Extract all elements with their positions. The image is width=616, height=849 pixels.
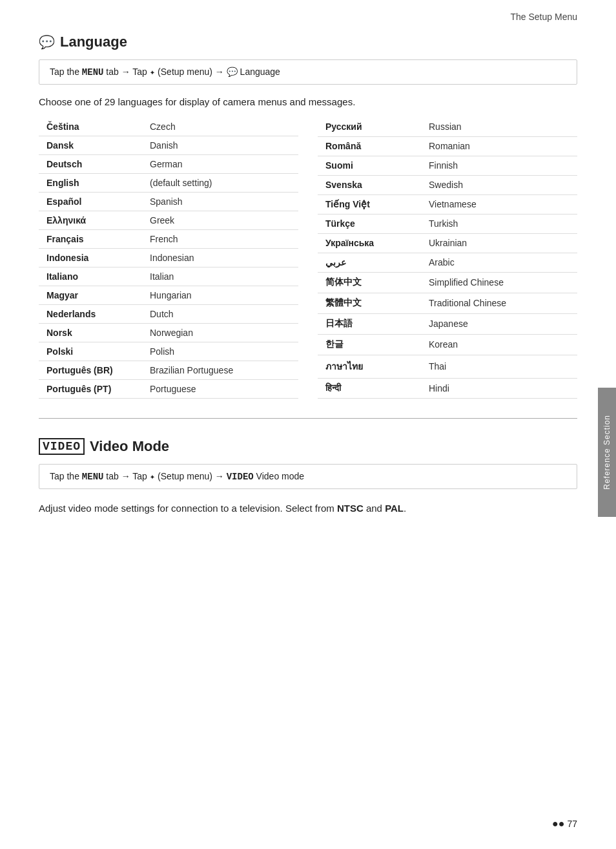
language-english: Spanish xyxy=(142,193,298,211)
language-english: French xyxy=(142,230,298,249)
language-native: Suomi xyxy=(318,156,421,175)
language-english: Norwegian xyxy=(142,324,298,342)
language-english: (default setting) xyxy=(142,174,298,193)
reference-section-tab: Reference Section xyxy=(598,388,616,517)
language-english: Simplified Chinese xyxy=(421,272,577,293)
language-native: Svenska xyxy=(318,175,421,194)
section-divider xyxy=(39,418,577,419)
language-native: Deutsch xyxy=(39,155,142,174)
table-row: ภาษาไทยThai xyxy=(318,355,577,378)
language-tables: ČeštinaCzechDanskDanishDeutschGermanEngl… xyxy=(39,118,577,399)
language-english: Ukrainian xyxy=(421,233,577,253)
video-instruction-text: Tap the MENU tab → Tap ✦ (Setup menu) → … xyxy=(50,471,304,481)
language-english: Indonesian xyxy=(142,249,298,267)
table-row: SuomiFinnish xyxy=(318,156,577,175)
side-tab-label: Reference Section xyxy=(602,415,611,490)
video-title: VIDEO Video Mode xyxy=(39,438,577,455)
table-row: Português (BR)Brazilian Portuguese xyxy=(39,361,298,380)
table-row: ΕλληνικάGreek xyxy=(39,211,298,230)
table-row: УкраїнськаUkrainian xyxy=(318,233,577,253)
language-native: 日本語 xyxy=(318,313,421,334)
page-footer: ●● 77 xyxy=(552,818,577,830)
table-row: 한글Korean xyxy=(318,334,577,355)
language-native: Tiếng Việt xyxy=(318,194,421,214)
table-row: عربيArabic xyxy=(318,253,577,272)
language-native: Italiano xyxy=(39,267,142,286)
header-title: The Setup Menu xyxy=(510,12,577,22)
table-row: DeutschGerman xyxy=(39,155,298,174)
language-heading: Language xyxy=(60,34,127,50)
language-native: عربي xyxy=(318,253,421,272)
language-english: Dutch xyxy=(142,305,298,324)
language-english: Brazilian Portuguese xyxy=(142,361,298,380)
table-row: DanskDanish xyxy=(39,136,298,155)
language-english: Greek xyxy=(142,211,298,230)
language-native: 简体中文 xyxy=(318,272,421,293)
table-row: MagyarHungarian xyxy=(39,286,298,305)
language-right-table: РусскийRussianRomânăRomanianSuomiFinnish… xyxy=(318,118,577,399)
language-native: Polski xyxy=(39,342,142,361)
language-native: ภาษาไทย xyxy=(318,355,421,378)
page-number: 77 xyxy=(567,819,577,829)
language-english: Hindi xyxy=(421,378,577,398)
table-row: ČeštinaCzech xyxy=(39,118,298,136)
video-heading: Video Mode xyxy=(90,438,169,455)
table-row: EspañolSpanish xyxy=(39,193,298,211)
table-row: TürkçeTurkish xyxy=(318,214,577,233)
table-row: РусскийRussian xyxy=(318,118,577,136)
language-title: 💬 Language xyxy=(39,34,577,50)
table-row: SvenskaSwedish xyxy=(318,175,577,194)
language-native: Indonesia xyxy=(39,249,142,267)
language-instruction-text: Tap the MENU tab → Tap ✦ (Setup menu) → … xyxy=(50,67,280,77)
video-instruction-box: Tap the MENU tab → Tap ✦ (Setup menu) → … xyxy=(39,464,577,489)
language-english: Arabic xyxy=(421,253,577,272)
table-row: Tiếng ViệtVietnamese xyxy=(318,194,577,214)
table-row: ItalianoItalian xyxy=(39,267,298,286)
language-native: Norsk xyxy=(39,324,142,342)
language-english: Vietnamese xyxy=(421,194,577,214)
video-icon: VIDEO xyxy=(39,438,85,455)
table-row: IndonesiaIndonesian xyxy=(39,249,298,267)
language-english: Portuguese xyxy=(142,380,298,399)
language-english: Polish xyxy=(142,342,298,361)
table-row: NorskNorwegian xyxy=(39,324,298,342)
language-english: Italian xyxy=(142,267,298,286)
table-divider xyxy=(298,118,318,399)
table-row: English(default setting) xyxy=(39,174,298,193)
language-english: Finnish xyxy=(421,156,577,175)
language-english: Danish xyxy=(142,136,298,155)
language-english: Traditional Chinese xyxy=(421,293,577,313)
language-native: Українська xyxy=(318,233,421,253)
table-row: हिन्दीHindi xyxy=(318,378,577,398)
table-row: Português (PT)Portuguese xyxy=(39,380,298,399)
page-header: The Setup Menu xyxy=(0,0,616,27)
table-row: NederlandsDutch xyxy=(39,305,298,324)
table-row: 繁體中文Traditional Chinese xyxy=(318,293,577,313)
language-native: Türkçe xyxy=(318,214,421,233)
language-native: Română xyxy=(318,136,421,156)
language-native: Español xyxy=(39,193,142,211)
language-native: 한글 xyxy=(318,334,421,355)
language-section: 💬 Language Tap the MENU tab → Tap ✦ (Set… xyxy=(39,34,577,399)
language-native: Čeština xyxy=(39,118,142,136)
language-english: Turkish xyxy=(421,214,577,233)
language-section-icon: 💬 xyxy=(39,34,55,50)
language-description: Choose one of 29 languages for display o… xyxy=(39,96,577,107)
table-row: FrançaisFrench xyxy=(39,230,298,249)
language-left-table: ČeštinaCzechDanskDanishDeutschGermanEngl… xyxy=(39,118,298,399)
table-row: RomânăRomanian xyxy=(318,136,577,156)
language-english: German xyxy=(142,155,298,174)
table-row: 简体中文Simplified Chinese xyxy=(318,272,577,293)
language-instruction-box: Tap the MENU tab → Tap ✦ (Setup menu) → … xyxy=(39,59,577,85)
language-english: Japanese xyxy=(421,313,577,334)
table-row: 日本語Japanese xyxy=(318,313,577,334)
language-native: Português (BR) xyxy=(39,361,142,380)
language-english: Swedish xyxy=(421,175,577,194)
table-row: PolskiPolish xyxy=(39,342,298,361)
language-english: Czech xyxy=(142,118,298,136)
language-english: Hungarian xyxy=(142,286,298,305)
language-english: Romanian xyxy=(421,136,577,156)
language-native: Magyar xyxy=(39,286,142,305)
language-native: हिन्दी xyxy=(318,378,421,398)
video-section: VIDEO Video Mode Tap the MENU tab → Tap … xyxy=(39,438,577,516)
